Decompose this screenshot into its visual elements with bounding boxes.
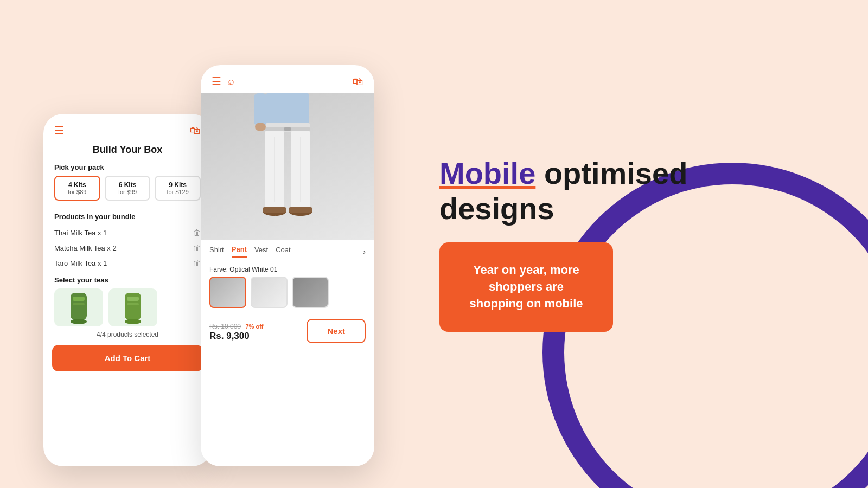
trash-icon-3[interactable]: 🗑 xyxy=(193,259,201,267)
headline-mobile-word: Mobile xyxy=(439,156,535,190)
color-swatch-1[interactable] xyxy=(209,277,246,308)
price-row: Rs. 10,000 7% off xyxy=(209,321,264,331)
tab-vest[interactable]: Vest xyxy=(254,246,268,257)
svg-point-21 xyxy=(255,123,266,131)
svg-rect-17 xyxy=(289,207,312,213)
kit-9-price: for $129 xyxy=(162,189,193,195)
kit-6-price: for $99 xyxy=(112,189,143,195)
kit-4-price: for $89 xyxy=(62,189,93,195)
product-2-name: Matcha Milk Tea x 2 xyxy=(54,244,117,252)
kit-4-name: 4 Kits xyxy=(62,181,93,189)
product-image-area xyxy=(201,93,374,240)
trash-icon-2[interactable]: 🗑 xyxy=(193,243,201,252)
current-price: Rs. 9,300 xyxy=(209,331,264,342)
kit-options: 4 Kits for $89 6 Kits for $99 9 Kits for… xyxy=(43,176,212,207)
kit-9-name: 9 Kits xyxy=(162,181,193,189)
kit-6-name: 6 Kits xyxy=(112,181,143,189)
farve-label: Farve: Optical White 01 xyxy=(201,260,374,277)
products-selected-count: 4/4 products selected xyxy=(43,326,212,343)
original-price: Rs. 10,000 xyxy=(209,323,241,330)
page-content: ☰ 🛍 Build Your Box Pick your pack 4 Kits… xyxy=(0,0,868,488)
build-your-box-title: Build Your Box xyxy=(43,142,212,158)
product-tabs: Shirt Pant Vest Coat › xyxy=(201,240,374,260)
trash-icon-1[interactable]: 🗑 xyxy=(193,228,201,237)
phone-1-mockup: ☰ 🛍 Build Your Box Pick your pack 4 Kits… xyxy=(43,114,212,466)
tea-thumbnails xyxy=(43,288,212,326)
color-swatch-2[interactable] xyxy=(251,277,288,308)
phone2-header-left: ☰ ⌕ xyxy=(212,75,234,88)
tab-next-arrow[interactable]: › xyxy=(363,247,366,256)
headline-designs-word: designs xyxy=(439,191,554,226)
product-item-1: Thai Milk Tea x 1 🗑 xyxy=(54,225,201,240)
discount-badge: 7% off xyxy=(246,323,264,330)
svg-rect-15 xyxy=(263,207,286,213)
svg-rect-2 xyxy=(73,303,85,305)
next-button[interactable]: Next xyxy=(307,319,366,343)
phone2-footer: Rs. 10,000 7% off Rs. 9,300 Next xyxy=(201,313,374,352)
svg-point-3 xyxy=(71,319,87,324)
tea-thumb-2[interactable] xyxy=(108,288,157,326)
svg-rect-5 xyxy=(127,297,139,301)
phone2-header: ☰ ⌕ 🛍 xyxy=(201,65,374,93)
add-to-cart-button[interactable]: Add To Cart xyxy=(52,345,203,371)
product-image-svg xyxy=(244,93,331,240)
color-swatches xyxy=(201,277,374,313)
product-item-3: Taro Milk Tea x 1 🗑 xyxy=(54,255,201,271)
product-item-2: Matcha Milk Tea x 2 🗑 xyxy=(54,240,201,255)
cart-icon-phone1[interactable]: 🛍 xyxy=(190,124,201,137)
orange-card-text: Year on year, more shoppers are shopping… xyxy=(470,263,583,310)
price-area: Rs. 10,000 7% off Rs. 9,300 xyxy=(209,321,264,342)
kit-6-button[interactable]: 6 Kits for $99 xyxy=(105,176,151,201)
color-swatch-3[interactable] xyxy=(292,277,329,308)
headline-optimised-word: optimised xyxy=(535,156,687,190)
phones-area: ☰ 🛍 Build Your Box Pick your pack 4 Kits… xyxy=(43,22,374,466)
tea-thumb-1[interactable] xyxy=(54,288,103,326)
product-3-name: Taro Milk Tea x 1 xyxy=(54,259,107,267)
kit-9-button[interactable]: 9 Kits for $129 xyxy=(155,176,201,201)
kit-4-button[interactable]: 4 Kits for $89 xyxy=(54,176,100,201)
tab-pant[interactable]: Pant xyxy=(232,245,247,258)
products-in-bundle-label: Products in your bundle xyxy=(43,207,212,225)
orange-info-card: Year on year, more shoppers are shopping… xyxy=(439,242,613,331)
svg-rect-6 xyxy=(127,303,139,305)
phone1-header: ☰ 🛍 xyxy=(43,114,212,142)
svg-rect-19 xyxy=(284,127,291,131)
tab-shirt[interactable]: Shirt xyxy=(209,246,224,257)
hamburger-icon[interactable]: ☰ xyxy=(54,124,64,137)
svg-rect-8 xyxy=(266,93,309,126)
svg-rect-1 xyxy=(73,297,85,301)
select-teas-label: Select your teas xyxy=(43,271,212,288)
search-icon-phone2[interactable]: ⌕ xyxy=(228,75,234,88)
hero-headline: Mobile optimised designs xyxy=(439,156,825,226)
products-list: Thai Milk Tea x 1 🗑 Matcha Milk Tea x 2 … xyxy=(43,225,212,271)
phone-2-mockup: ☰ ⌕ 🛍 xyxy=(201,65,374,466)
right-content: Mobile optimised designs Year on year, m… xyxy=(407,156,825,331)
pick-your-pack-label: Pick your pack xyxy=(43,158,212,176)
cart-icon-phone2[interactable]: 🛍 xyxy=(353,75,363,88)
tab-coat[interactable]: Coat xyxy=(276,246,290,257)
svg-point-7 xyxy=(125,319,141,324)
hamburger-icon-phone2[interactable]: ☰ xyxy=(212,75,221,88)
svg-rect-20 xyxy=(254,93,267,126)
product-1-name: Thai Milk Tea x 1 xyxy=(54,229,107,237)
